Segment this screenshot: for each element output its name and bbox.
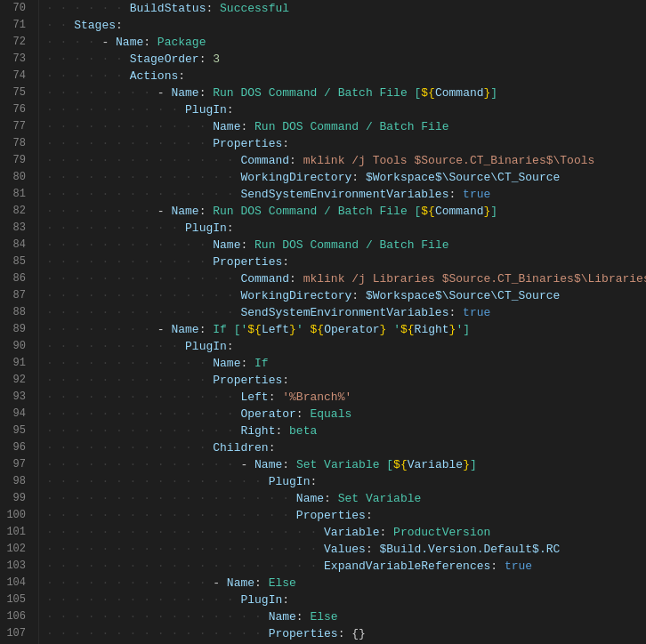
line-91: · · · · · · · · · · · · Name: If	[46, 355, 646, 372]
line-num-94: 94	[4, 406, 31, 423]
line-80: · · · · · · · · · · · · · · WorkingDirec…	[46, 169, 646, 186]
line-num-90: 90	[4, 338, 31, 355]
line-73: · · · · · · StageOrder: 3	[46, 51, 646, 68]
line-num-86: 86	[4, 270, 31, 287]
line-numbers: 70 71 72 73 74 75 76 77 78 79 80 81 82 8…	[0, 0, 39, 644]
line-num-88: 88	[4, 304, 31, 321]
line-num-98: 98	[4, 473, 31, 490]
line-107: · · · · · · · · · · · · · · · · Properti…	[46, 625, 646, 642]
line-89: · · · · · · · · - Name: If ['${Left}' ${…	[46, 321, 646, 338]
line-num-82: 82	[4, 203, 31, 220]
line-92: · · · · · · · · · · · · Properties:	[46, 372, 646, 389]
line-num-76: 76	[4, 101, 31, 118]
line-num-99: 99	[4, 490, 31, 507]
line-num-95: 95	[4, 423, 31, 439]
line-num-74: 74	[4, 68, 31, 85]
line-num-77: 77	[4, 118, 31, 135]
line-88: · · · · · · · · · · · · · · SendSystemEn…	[46, 304, 646, 321]
line-num-87: 87	[4, 287, 31, 304]
code-content: · · · · · · BuildStatus: Successful · · …	[39, 0, 646, 644]
line-104: · · · · · · · · · · · · - Name: Else	[46, 575, 646, 592]
line-num-103: 103	[4, 558, 31, 575]
line-97: · · · · · · · · · · · · · · - Name: Set …	[46, 456, 646, 473]
line-75: · · · · · · · · - Name: Run DOS Command …	[46, 85, 646, 101]
line-num-92: 92	[4, 372, 31, 389]
line-81: · · · · · · · · · · · · · · SendSystemEn…	[46, 186, 646, 203]
line-101: · · · · · · · · · · · · · · · · · · · · …	[46, 524, 646, 541]
line-94: · · · · · · · · · · · · · · Operator: Eq…	[46, 406, 646, 423]
line-82: · · · · · · · · - Name: Run DOS Command …	[46, 203, 646, 220]
line-num-72: 72	[4, 34, 31, 51]
line-84: · · · · · · · · · · · · Name: Run DOS Co…	[46, 237, 646, 254]
code-editor: 70 71 72 73 74 75 76 77 78 79 80 81 82 8…	[0, 0, 646, 644]
line-num-93: 93	[4, 389, 31, 406]
line-num-102: 102	[4, 541, 31, 558]
line-num-81: 81	[4, 186, 31, 203]
line-79: · · · · · · · · · · · · · · Command: mkl…	[46, 152, 646, 169]
line-105: · · · · · · · · · · · · · · PlugIn:	[46, 592, 646, 608]
line-num-71: 71	[4, 17, 31, 34]
line-77: · · · · · · · · · · · · Name: Run DOS Co…	[46, 118, 646, 135]
line-num-89: 89	[4, 321, 31, 338]
line-71: · · Stages:	[46, 17, 646, 34]
line-99: · · · · · · · · · · · · · · · · · · Name…	[46, 490, 646, 507]
line-103: · · · · · · · · · · · · · · · · · · · · …	[46, 558, 646, 575]
line-100: · · · · · · · · · · · · · · · · · · Prop…	[46, 507, 646, 524]
line-96: · · · · · · · · · · · · Children:	[46, 439, 646, 456]
line-70: · · · · · · BuildStatus: Successful	[46, 0, 646, 17]
line-87: · · · · · · · · · · · · · · WorkingDirec…	[46, 287, 646, 304]
line-102: · · · · · · · · · · · · · · · · · · · · …	[46, 541, 646, 558]
line-74: · · · · · · Actions:	[46, 68, 646, 85]
line-num-107: 107	[4, 625, 31, 642]
line-num-97: 97	[4, 456, 31, 473]
line-num-80: 80	[4, 169, 31, 186]
line-76: · · · · · · · · · · PlugIn:	[46, 101, 646, 118]
line-72: · · · · - Name: Package	[46, 34, 646, 51]
line-num-84: 84	[4, 237, 31, 254]
line-106: · · · · · · · · · · · · · · · · Name: El…	[46, 608, 646, 625]
line-num-73: 73	[4, 51, 31, 68]
line-num-70: 70	[4, 0, 31, 17]
line-93: · · · · · · · · · · · · · · Left: '%Bran…	[46, 389, 646, 406]
line-num-83: 83	[4, 220, 31, 237]
line-85: · · · · · · · · · · · · Properties:	[46, 254, 646, 270]
line-num-106: 106	[4, 608, 31, 625]
line-num-78: 78	[4, 135, 31, 152]
line-num-101: 101	[4, 524, 31, 541]
line-num-91: 91	[4, 355, 31, 372]
line-95: · · · · · · · · · · · · · · Right: beta	[46, 423, 646, 439]
line-90: · · · · · · · · · · PlugIn:	[46, 338, 646, 355]
line-num-100: 100	[4, 507, 31, 524]
line-78: · · · · · · · · · · · · Properties:	[46, 135, 646, 152]
line-83: · · · · · · · · · · PlugIn:	[46, 220, 646, 237]
line-98: · · · · · · · · · · · · · · · · PlugIn:	[46, 473, 646, 490]
line-num-105: 105	[4, 592, 31, 608]
line-num-75: 75	[4, 85, 31, 101]
line-num-79: 79	[4, 152, 31, 169]
line-num-104: 104	[4, 575, 31, 592]
line-num-96: 96	[4, 439, 31, 456]
line-num-85: 85	[4, 254, 31, 270]
line-86: · · · · · · · · · · · · · · Command: mkl…	[46, 270, 646, 287]
